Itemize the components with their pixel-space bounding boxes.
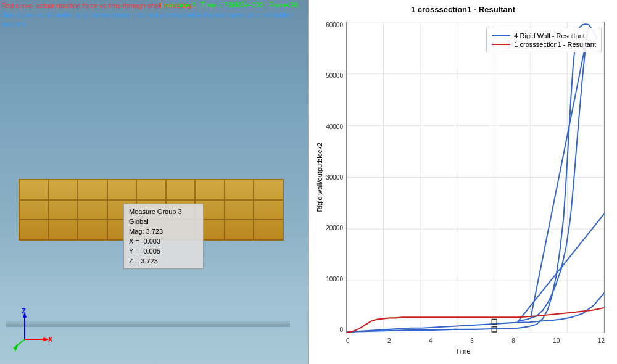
fem-cell [19,220,49,240]
y-tick-10000: 10000 [315,276,343,283]
y-tick-20000: 20000 [315,225,343,231]
fem-cell [78,220,107,240]
x-tick-12: 12 [598,337,605,344]
fem-cell [254,220,283,240]
fem-cell [254,180,283,200]
fem-cell [49,200,78,220]
legend-item-red: 1 crosssection1 - Resultant [492,41,596,48]
legend-item-blue: 4 Rigid Wall - Resultant [492,32,596,39]
chart-legend: 4 Rigid Wall - Resultant 1 crosssection1… [486,28,602,52]
blue-curve-main [347,24,598,332]
x-tick-6: 6 [470,337,474,344]
fem-cell [49,220,78,240]
viewport-3d: Red curve- actual reaction force vs time… [0,0,308,364]
fem-cell [78,180,107,200]
fem-cell [107,180,137,200]
fem-cell [78,200,107,220]
fem-cell [195,180,225,200]
fem-cell [254,200,283,220]
fem-cell [49,180,78,200]
fem-cell [166,180,196,200]
fem-cell [225,180,254,200]
blue-curve-label: Blue curve- solid modeling (it curves pe… [1,10,308,29]
chart-panel: 1 crosssection1 - Resultant Rigid wall/o… [308,0,617,364]
svg-text:X: X [48,336,53,343]
x-tick-10: 10 [553,337,560,344]
legend-label-blue: 4 Rigid Wall - Resultant [514,32,585,39]
svg-text:Z: Z [22,308,26,315]
loadcase-info: Loadcase 1 : Time = 7.5007e+000 : Frame … [160,1,308,9]
x-tick-8: 8 [511,337,515,344]
axis-svg: Z Y X [12,308,56,352]
fem-cell [225,200,254,220]
fem-cell [19,200,49,220]
chart-title: 1 crosssection1 - Resultant [309,0,617,17]
fem-cell [19,180,49,200]
y-tick-60000: 60000 [315,22,343,28]
fem-cell [136,180,166,200]
fem-cell [225,220,254,240]
y-tick-0: 0 [315,326,343,333]
tooltip: Measure Group 3 Global Mag: 3.723 X = -0… [123,204,204,269]
y-tick-labels: 60000 50000 40000 30000 20000 10000 0 [315,22,343,333]
x-tick-0: 0 [346,337,350,344]
x-axis-label: Time [455,347,470,355]
y-tick-40000: 40000 [315,123,343,130]
chart-area [346,22,605,333]
axis-indicator: Z Y X [12,308,56,352]
chart-svg [347,22,604,333]
legend-line-red [492,44,510,45]
x-tick-2: 2 [387,337,391,344]
x-tick-4: 4 [429,337,433,344]
y-tick-50000: 50000 [315,72,343,79]
y-tick-30000: 30000 [315,174,343,181]
x-tick-labels: 0 2 4 6 8 10 12 [346,337,605,344]
legend-line-blue [492,35,510,36]
legend-label-red: 1 crosssection1 - Resultant [514,41,596,48]
svg-text:Y: Y [13,345,18,352]
